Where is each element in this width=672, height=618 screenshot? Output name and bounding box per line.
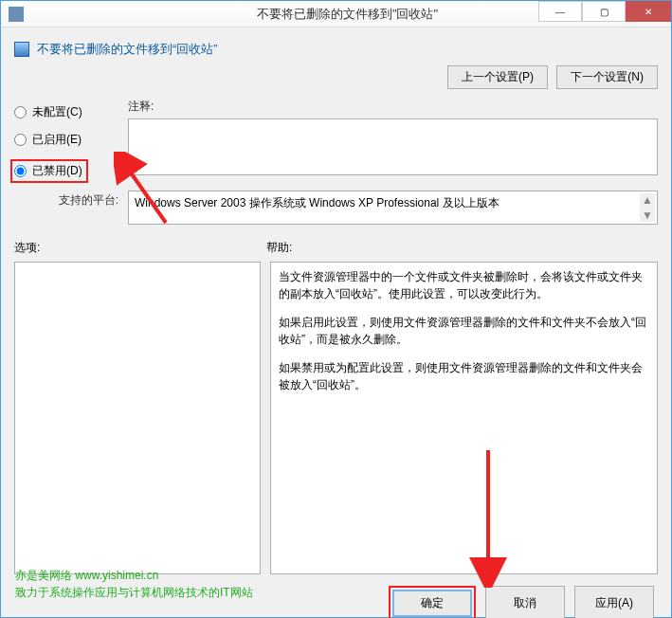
dialog-window: 不要将已删除的文件移到"回收站" — ▢ ✕ 不要将已删除的文件移到“回收站” … (0, 0, 672, 618)
next-setting-button[interactable]: 下一个设置(N) (556, 65, 658, 89)
radio-input[interactable] (14, 165, 27, 177)
minimize-button[interactable]: — (538, 1, 582, 22)
window-icon (9, 7, 24, 22)
options-label: 选项: (14, 240, 266, 256)
annotation-highlight: 确定 (389, 586, 476, 618)
help-label: 帮助: (266, 240, 292, 256)
radio-label: 已禁用(D) (32, 163, 82, 179)
options-pane (14, 262, 261, 574)
previous-setting-button[interactable]: 上一个设置(P) (447, 65, 548, 89)
cancel-button[interactable]: 取消 (485, 586, 565, 618)
annotation-highlight: 已禁用(D) (10, 159, 88, 183)
scrollbar[interactable]: ▲▼ (640, 193, 655, 222)
radio-input[interactable] (14, 106, 27, 118)
radio-disabled[interactable]: 已禁用(D) (14, 163, 82, 179)
supported-platform-box: Windows Server 2003 操作系统或 Windows XP Pro… (128, 191, 658, 225)
close-button[interactable]: ✕ (626, 1, 671, 22)
help-paragraph: 如果启用此设置，则使用文件资源管理器删除的文件和文件夹不会放入“回收站”，而是被… (279, 314, 649, 348)
radio-label: 已启用(E) (32, 132, 82, 148)
apply-button[interactable]: 应用(A) (574, 586, 654, 618)
titlebar: 不要将已删除的文件移到"回收站" — ▢ ✕ (1, 1, 671, 27)
comment-textarea[interactable] (128, 118, 658, 175)
maximize-button[interactable]: ▢ (582, 1, 626, 22)
radio-label: 未配置(C) (32, 104, 82, 120)
platform-label: 支持的平台: (59, 193, 118, 207)
config-radio-group: 未配置(C) 已启用(E) 已禁用(D) (14, 100, 128, 187)
policy-title: 不要将已删除的文件移到“回收站” (37, 41, 218, 58)
help-paragraph: 当文件资源管理器中的一个文件或文件夹被删除时，会将该文件或文件夹的副本放入“回收… (279, 268, 649, 302)
ok-button[interactable]: 确定 (392, 590, 472, 617)
radio-input[interactable] (14, 134, 27, 146)
platform-text: Windows Server 2003 操作系统或 Windows XP Pro… (135, 196, 499, 209)
help-pane: 当文件资源管理器中的一个文件或文件夹被删除时，会将该文件或文件夹的副本放入“回收… (270, 262, 658, 574)
radio-not-configured[interactable]: 未配置(C) (14, 104, 128, 120)
comment-label: 注释: (128, 99, 658, 115)
radio-enabled[interactable]: 已启用(E) (14, 132, 128, 148)
policy-icon (14, 42, 29, 57)
help-paragraph: 如果禁用或为配置此设置，则使用文件资源管理器删除的文件和文件夹会被放入“回收站”… (279, 359, 649, 393)
